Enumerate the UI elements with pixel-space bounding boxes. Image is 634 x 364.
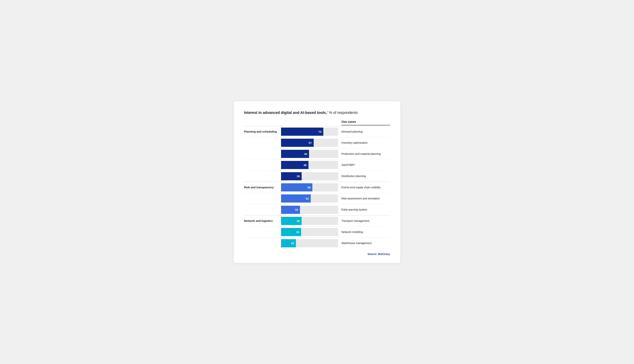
bar-container: 52 [281,194,338,202]
bar-value-label: 36 [297,174,300,178]
use-case-label: Network modeling [338,230,390,234]
bar-container: 55 [281,183,338,192]
use-case-label: Demand planning [338,130,390,134]
table-row: 26Warehouse management [244,238,390,249]
use-case-label: Warehouse management [338,242,390,245]
chart-title: Interest in advanced digital and AI-base… [244,110,390,115]
use-case-label: Early-warning system [338,208,390,212]
chart-body: Planning and scheduling74Demand planning… [244,126,390,249]
bar-container: 26 [281,239,338,247]
bar: 52 [281,194,311,202]
bar-value-label: 74 [318,130,321,133]
bar: 26 [281,239,296,247]
bar: 57 [281,139,314,147]
table-row: 48S&OP/IBP² [244,160,390,171]
category-label-network-logistics: Network and logistics [244,219,281,223]
use-cases-header-label: Use cases [341,120,390,125]
bar-container: 36 [281,217,338,225]
bar: 74 [281,128,323,136]
bar-value-label: 33 [295,208,298,211]
table-row: 35Network modeling [244,226,390,238]
chart-header: Use cases [244,120,390,125]
use-case-label: Inventory optimization [338,141,390,144]
bar: 35 [281,228,301,236]
table-row: 52Risk assessment and simulation [244,193,390,204]
bar: 49 [281,150,309,158]
group-planning-scheduling: Planning and scheduling74Demand planning… [244,126,390,182]
use-case-label: Transport management [338,219,390,223]
source-row: Source: McKinsey [244,252,390,256]
bar-container: 74 [281,128,338,136]
use-case-label: S&OP/IBP² [338,163,390,167]
bar-value-label: 49 [304,152,307,156]
bar-container: 48 [281,161,338,169]
use-case-label: Production and material planning [338,152,390,156]
table-row: 49Production and material planning [244,148,390,160]
table-row: Planning and scheduling74Demand planning [244,126,390,138]
chart-card: Interest in advanced digital and AI-base… [234,101,400,263]
category-label-risk-transparency: Risk and transparency [244,186,281,189]
table-row: 36Distribution planning [244,171,390,182]
table-row: 33Early-warning system [244,204,390,215]
bar-value-label: 48 [303,164,307,167]
bar-value-label: 55 [308,186,311,189]
bar-container: 36 [281,172,338,180]
bar-value-label: 57 [309,141,312,144]
use-case-label: End-to-end supply chain visibility [338,186,390,189]
bar: 55 [281,183,312,192]
table-row: Network and logistics36Transport managem… [244,216,390,226]
bar-container: 49 [281,150,338,158]
bar-container: 57 [281,139,338,147]
group-risk-transparency: Risk and transparency55End-to-end supply… [244,182,390,215]
use-case-col-header: Use cases [338,120,390,125]
category-label-planning-scheduling: Planning and scheduling [244,130,281,134]
use-case-label: Risk assessment and simulation [338,197,390,200]
bar-value-label: 35 [296,230,299,234]
bar-value-label: 36 [297,220,300,222]
bar: 33 [281,206,300,214]
bar: 36 [281,172,302,180]
table-row: 57Inventory optimization [244,138,390,148]
bar: 36 [281,217,302,225]
bar-value-label: 52 [306,197,309,200]
bar-container: 35 [281,228,338,236]
source-label: Source: McKinsey [368,252,390,256]
bar-value-label: 26 [291,242,294,245]
use-case-label: Distribution planning [338,174,390,178]
table-row: Risk and transparency55End-to-end supply… [244,182,390,193]
group-network-logistics: Network and logistics36Transport managem… [244,215,390,249]
bar-container: 33 [281,206,338,214]
bar: 48 [281,161,308,169]
